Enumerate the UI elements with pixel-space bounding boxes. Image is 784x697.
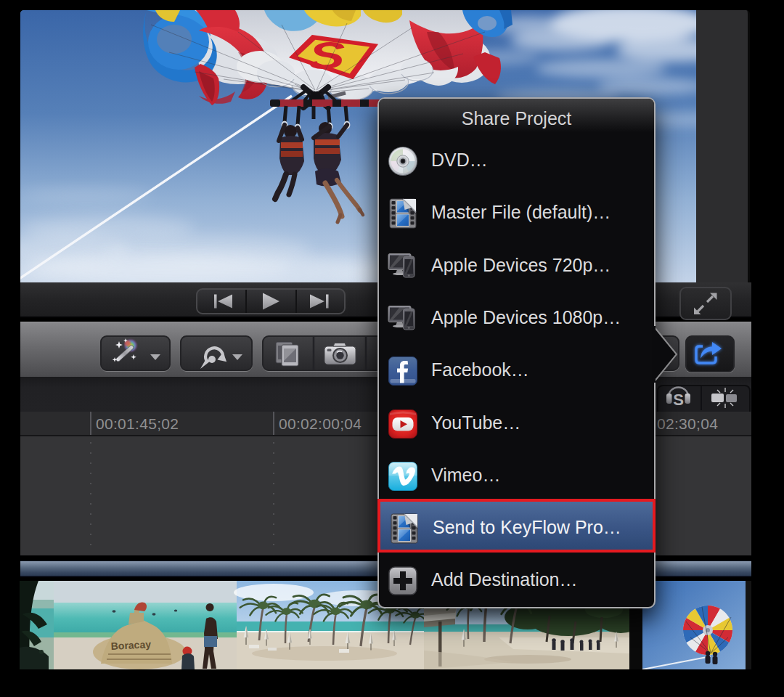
svg-text:S: S — [673, 391, 684, 409]
svg-text:Boracay: Boracay — [110, 638, 151, 652]
